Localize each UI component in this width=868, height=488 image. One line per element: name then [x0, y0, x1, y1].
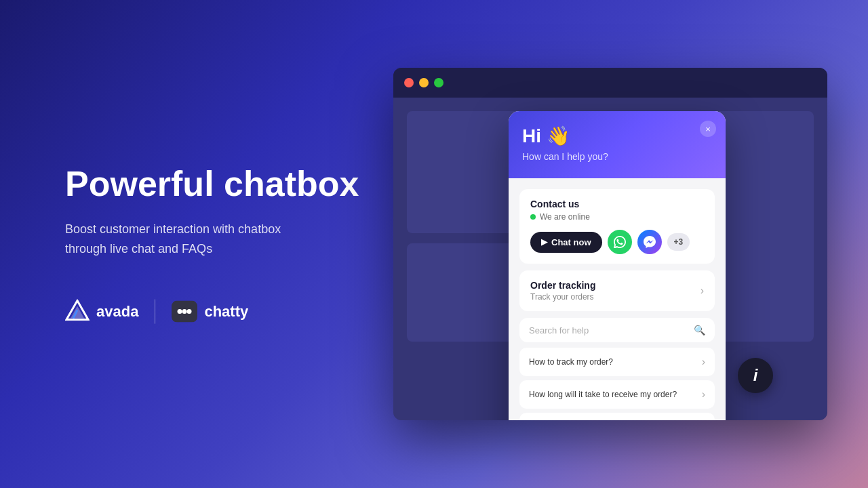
- traffic-light-yellow[interactable]: [419, 78, 429, 87]
- chevron-right-icon: ›: [702, 356, 705, 368]
- traffic-light-red[interactable]: [404, 78, 414, 87]
- chat-greeting: Hi 👋: [522, 125, 712, 147]
- chat-widget: × Hi 👋 How can I help you? Contact us We…: [509, 111, 726, 420]
- chevron-right-icon: ›: [701, 285, 704, 297]
- faq-item-2[interactable]: How long will it take to receive my orde…: [519, 380, 715, 409]
- avada-icon: [65, 299, 90, 323]
- svg-point-5: [182, 309, 187, 314]
- browser-content: × Hi 👋 How can I help you? Contact us We…: [393, 98, 827, 420]
- chat-body: Contact us We are online ▶ Chat now: [509, 178, 726, 420]
- browser-titlebar: [393, 68, 827, 98]
- plus-more-badge[interactable]: +3: [667, 233, 690, 251]
- faq-item-1[interactable]: How to track my order? ›: [519, 348, 715, 376]
- info-icon: i: [753, 366, 758, 385]
- online-indicator: We are online: [530, 212, 704, 222]
- brand-logos: avada chatty: [65, 299, 359, 323]
- chat-subtitle: How can I help you?: [522, 151, 712, 162]
- faq-text-2: How long will it take to receive my orde…: [529, 390, 677, 399]
- search-icon: 🔍: [694, 325, 705, 336]
- chat-now-label: Chat now: [551, 237, 591, 247]
- online-text: We are online: [540, 212, 590, 222]
- chat-header: × Hi 👋 How can I help you?: [509, 111, 726, 178]
- brand-separator: [155, 299, 155, 323]
- contact-section: Contact us We are online ▶ Chat now: [519, 189, 715, 264]
- search-input[interactable]: Search for help: [529, 325, 694, 336]
- browser-window: × Hi 👋 How can I help you? Contact us We…: [393, 68, 827, 420]
- left-section: Powerful chatbox Boost customer interact…: [65, 165, 359, 324]
- send-icon: ▶: [541, 237, 547, 247]
- search-section[interactable]: Search for help 🔍: [519, 318, 715, 342]
- chat-now-button[interactable]: ▶ Chat now: [530, 232, 602, 253]
- chatty-label: chatty: [204, 302, 248, 320]
- contact-title: Contact us: [530, 199, 704, 209]
- sub-heading: Boost customer interaction with chatboxt…: [65, 220, 359, 259]
- traffic-light-green[interactable]: [434, 78, 443, 87]
- chatty-logo: chatty: [172, 300, 248, 322]
- avada-label: avada: [96, 302, 138, 320]
- faq-text-1: How to track my order?: [529, 357, 613, 367]
- avada-logo: avada: [65, 299, 138, 323]
- svg-point-4: [178, 309, 182, 314]
- main-heading: Powerful chatbox: [65, 165, 359, 203]
- close-button[interactable]: ×: [700, 121, 716, 137]
- chatty-icon: [172, 300, 197, 322]
- chevron-right-icon: ›: [702, 388, 705, 401]
- info-button[interactable]: i: [738, 358, 773, 393]
- chat-buttons: ▶ Chat now: [530, 230, 704, 254]
- faq-item-3[interactable]: What is your return policy? ›: [519, 413, 715, 420]
- order-tracking-section[interactable]: Order tracking Track your orders ›: [519, 270, 715, 311]
- order-tracking-left: Order tracking Track your orders: [530, 280, 595, 302]
- online-dot: [530, 214, 536, 220]
- order-tracking-sub: Track your orders: [530, 292, 595, 302]
- messenger-button[interactable]: [637, 230, 662, 254]
- whatsapp-button[interactable]: [608, 230, 632, 254]
- svg-point-6: [187, 309, 192, 314]
- order-tracking-title: Order tracking: [530, 280, 595, 291]
